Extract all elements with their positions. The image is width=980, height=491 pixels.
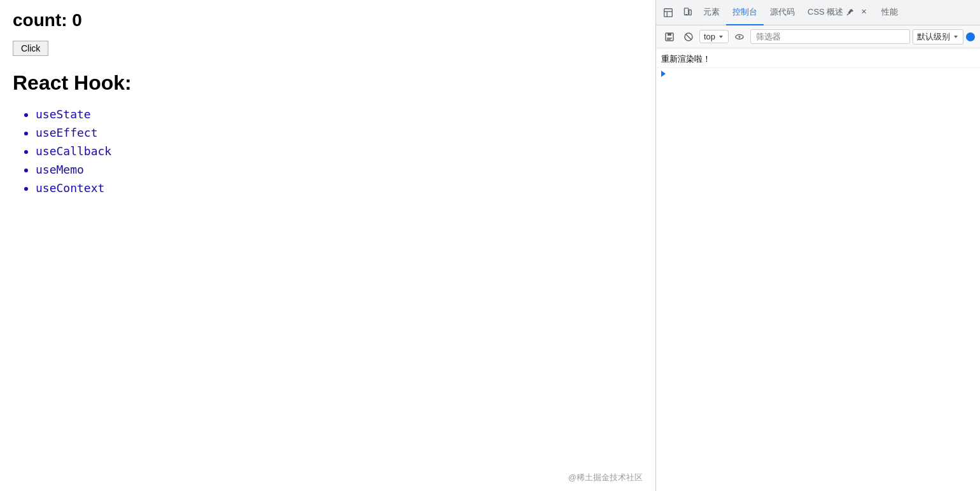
- console-message: 重新渲染啦！: [656, 51, 980, 68]
- svg-point-12: [739, 36, 741, 38]
- top-frame-dropdown[interactable]: top: [699, 30, 729, 43]
- footer-text: @稀土掘金技术社区: [568, 472, 643, 483]
- close-css-overview-tab-icon[interactable]: ✕: [858, 7, 869, 17]
- svg-rect-4: [689, 10, 692, 15]
- save-log-icon[interactable]: [661, 29, 678, 45]
- inspect-element-icon[interactable]: [659, 4, 677, 22]
- eye-icon[interactable]: [731, 29, 748, 45]
- tab-elements[interactable]: 元素: [697, 0, 726, 25]
- log-level-dropdown[interactable]: 默认级别: [913, 29, 963, 45]
- device-toolbar-icon[interactable]: [678, 4, 696, 22]
- list-item: useEffect: [36, 126, 643, 139]
- filter-input[interactable]: [750, 29, 910, 44]
- clear-console-icon[interactable]: [680, 29, 697, 45]
- chevron-right-icon: [661, 71, 666, 77]
- tab-performance[interactable]: 性能: [875, 0, 904, 25]
- notification-dot: [966, 32, 975, 41]
- svg-rect-3: [685, 8, 689, 15]
- list-item: useContext: [36, 181, 643, 195]
- svg-line-6: [847, 13, 849, 15]
- svg-line-10: [686, 34, 692, 39]
- tab-console[interactable]: 控制台: [726, 0, 764, 25]
- hook-list: useState useEffect useCallback useMemo u…: [13, 107, 643, 195]
- tab-css-overview[interactable]: CSS 概述 ✕: [801, 0, 875, 25]
- console-message-text: 重新渲染啦！: [661, 53, 711, 65]
- svg-rect-8: [668, 33, 671, 36]
- devtools-console: 重新渲染啦！: [656, 48, 980, 491]
- page-content: count: 0 Click React Hook: useState useE…: [0, 0, 655, 491]
- list-item: useMemo: [36, 163, 643, 176]
- chevron-down-icon: [718, 34, 724, 40]
- console-expand-row[interactable]: [656, 68, 980, 80]
- tab-sources[interactable]: 源代码: [764, 0, 801, 25]
- count-display: count: 0: [13, 10, 643, 31]
- click-button[interactable]: Click: [13, 41, 48, 56]
- devtools-panel: 元素 控制台 源代码 CSS 概述 ✕ 性能: [655, 0, 980, 491]
- list-item: useState: [36, 107, 643, 121]
- svg-rect-0: [664, 8, 673, 17]
- devtools-toolbar: top 默认级别: [656, 25, 980, 48]
- chevron-down-icon: [953, 34, 959, 40]
- list-item: useCallback: [36, 144, 643, 158]
- devtools-tabs: 元素 控制台 源代码 CSS 概述 ✕ 性能: [656, 0, 980, 25]
- react-hook-title: React Hook:: [13, 71, 643, 95]
- pin-icon: [846, 8, 855, 17]
